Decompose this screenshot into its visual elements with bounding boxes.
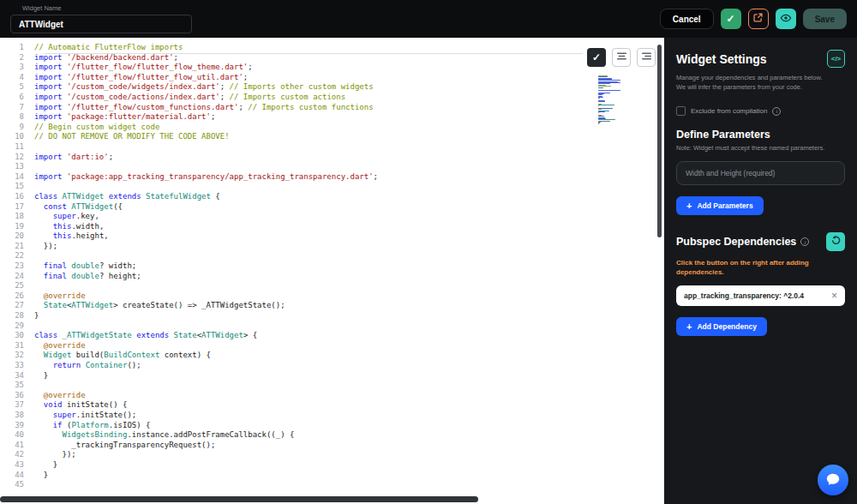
- line-number: 17: [0, 202, 34, 213]
- vertical-scrollbar[interactable]: [657, 45, 662, 237]
- line-number: 34: [0, 371, 34, 381]
- line-number: 20: [0, 231, 34, 242]
- header-actions: Cancel ✓ Save: [660, 9, 847, 29]
- align-right-icon: [641, 51, 652, 64]
- code-line: 27 State<ATTWidget> createState() => _AT…: [0, 301, 664, 311]
- line-number: 13: [0, 162, 34, 172]
- refresh-dependencies-button[interactable]: [826, 232, 845, 251]
- code-minimap[interactable]: [598, 75, 621, 129]
- open-external-icon: [752, 12, 764, 26]
- exclude-label: Exclude from compilation: [691, 107, 767, 115]
- line-number: 44: [0, 471, 34, 481]
- code-line: 43 }: [0, 460, 664, 471]
- code-line: 21 });: [0, 242, 664, 252]
- line-number: 42: [0, 450, 34, 460]
- code-line: 42 });: [0, 450, 664, 460]
- define-parameters-title: Define Parameters: [676, 129, 845, 141]
- line-number: 16: [0, 192, 34, 202]
- line-number: 37: [0, 400, 34, 411]
- code-line: 32 Widget build(BuildContext context) {: [0, 351, 664, 361]
- editor-toolbar: ✓: [587, 48, 656, 67]
- line-number: 41: [0, 441, 34, 451]
- line-number: 4: [0, 73, 34, 83]
- code-line: 1// Automatic FlutterFlow imports: [0, 43, 664, 53]
- check-code-button[interactable]: ✓: [587, 48, 606, 67]
- validate-code-button[interactable]: ✓: [721, 9, 741, 29]
- save-button[interactable]: Save: [803, 9, 847, 29]
- line-number: 3: [0, 63, 34, 73]
- remove-dependency-icon[interactable]: ×: [831, 291, 837, 301]
- define-parameters-note: Note: Widget must accept these named par…: [676, 144, 845, 152]
- code-view-toggle-button[interactable]: </>: [827, 50, 845, 68]
- parameter-requirement-field[interactable]: Width and Height (required): [676, 161, 845, 185]
- line-number: 2: [0, 53, 34, 63]
- code-line: 28}: [0, 311, 664, 321]
- open-external-button[interactable]: [748, 9, 769, 29]
- code-line: 39 if (Platform.isIOS) {: [0, 421, 664, 431]
- panel-subtitle: Manage your dependencies and parameters …: [676, 74, 845, 92]
- indent-code-button[interactable]: [637, 48, 656, 67]
- checkbox-icon[interactable]: [676, 106, 686, 116]
- add-parameters-label: Add Parameters: [697, 201, 752, 210]
- code-line: 9// Begin custom widget code: [0, 123, 664, 133]
- code-line: 7import '/flutter_flow/custom_functions.…: [0, 103, 664, 113]
- code-line: 35: [0, 381, 664, 391]
- add-dependency-button[interactable]: + Add Dependency: [676, 317, 767, 336]
- code-line: 34 }: [0, 371, 664, 381]
- align-center-icon: [616, 51, 627, 64]
- code-line: 33 return Container();: [0, 361, 664, 371]
- exclude-from-compilation-checkbox-row[interactable]: Exclude from compilation i: [676, 106, 845, 116]
- code-line: 11: [0, 142, 664, 153]
- add-dependency-label: Add Dependency: [697, 322, 756, 331]
- eye-icon: [780, 12, 792, 27]
- line-number: 12: [0, 153, 34, 163]
- line-number: 23: [0, 261, 34, 272]
- code-editor[interactable]: 1// Automatic FlutterFlow imports2import…: [0, 38, 664, 504]
- code-line: 24 final double? height;: [0, 272, 664, 282]
- code-line: 36 @override: [0, 391, 664, 401]
- add-parameters-button[interactable]: + Add Parameters: [676, 196, 764, 215]
- code-line: 8import 'package:flutter/material.dart';: [0, 112, 664, 123]
- widget-name-label: Widget Name: [10, 4, 192, 12]
- line-number: 9: [0, 123, 34, 133]
- code-line: 15: [0, 182, 664, 192]
- code-line: 41 _trackingTransparencyRequest();: [0, 441, 664, 451]
- line-number: 30: [0, 331, 34, 341]
- check-icon: ✓: [727, 13, 735, 25]
- panel-title: Widget Settings: [676, 52, 767, 66]
- code-line: 23 final double? width;: [0, 261, 664, 272]
- line-number: 33: [0, 361, 34, 371]
- format-code-button[interactable]: [612, 48, 631, 67]
- code-line: 3import '/flutter_flow/flutter_flow_them…: [0, 63, 664, 73]
- code-line: 20 this.height,: [0, 231, 664, 242]
- line-number: 39: [0, 421, 34, 431]
- widget-name-input[interactable]: [10, 15, 192, 33]
- line-number: 28: [0, 311, 34, 321]
- line-number: 36: [0, 391, 34, 401]
- line-number: 35: [0, 381, 34, 391]
- horizontal-scrollbar[interactable]: [0, 496, 478, 502]
- code-icon: </>: [831, 55, 842, 63]
- chat-support-button[interactable]: [818, 465, 848, 495]
- line-number: 43: [0, 460, 34, 471]
- plus-icon: +: [686, 201, 692, 211]
- widget-name-block: Widget Name: [10, 4, 192, 33]
- readonly-region-divider: [45, 53, 583, 54]
- line-number: 18: [0, 212, 34, 222]
- pubspec-warning: Click the button on the right after addi…: [676, 258, 845, 277]
- line-number: 5: [0, 82, 34, 93]
- code-line: 2import '/backend/backend.dart';: [0, 53, 664, 63]
- pubspec-title: Pubspec Dependencies: [676, 236, 796, 248]
- code-line: 17 const ATTWidget({: [0, 202, 664, 213]
- line-number: 21: [0, 242, 34, 252]
- preview-button[interactable]: [776, 9, 796, 29]
- widget-settings-panel: Widget Settings </> Manage your dependen…: [664, 38, 857, 504]
- pubspec-info-icon: i: [800, 237, 809, 246]
- code-line: 6import '/custom_code/actions/index.dart…: [0, 93, 664, 103]
- code-line: 18 super.key,: [0, 212, 664, 222]
- cancel-button[interactable]: Cancel: [660, 9, 714, 29]
- code-line: 31 @override: [0, 341, 664, 351]
- code-lines[interactable]: 1// Automatic FlutterFlow imports2import…: [0, 38, 664, 490]
- line-number: 27: [0, 301, 34, 311]
- plus-icon: +: [686, 322, 692, 332]
